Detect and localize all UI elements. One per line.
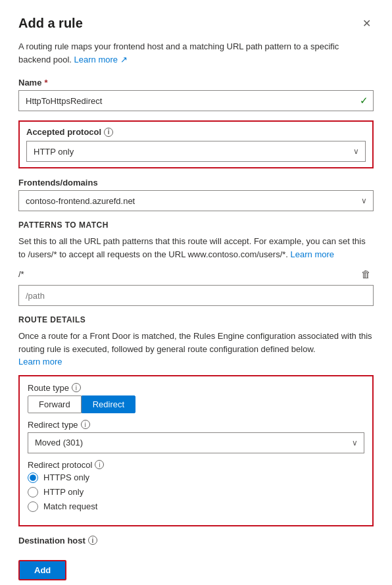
pattern-value: /* (18, 269, 24, 279)
route-type-box: Route type i Forward Redirect Redirect t… (18, 375, 374, 526)
add-rule-panel: Add a rule ✕ A routing rule maps your fr… (0, 0, 392, 585)
name-input[interactable] (18, 90, 374, 111)
radio-https-only-input[interactable] (28, 472, 38, 483)
external-link-icon: ↗ (120, 55, 128, 64)
pattern-row: /* 🗑 (18, 267, 374, 281)
redirect-protocol-info-icon[interactable]: i (95, 460, 104, 469)
redirect-protocol-field: Redirect protocol i HTTPS only HTTP only… (28, 460, 364, 512)
close-button[interactable]: ✕ (360, 16, 374, 31)
destination-host-field: Destination host i (18, 536, 374, 546)
radio-match-request[interactable]: Match request (28, 501, 364, 512)
radio-http-only[interactable]: HTTP only (28, 487, 364, 497)
radio-https-only[interactable]: HTTPS only (28, 472, 364, 483)
accepted-protocol-select[interactable]: HTTP only HTTPS only HTTP and HTTPS (26, 141, 366, 162)
frontends-domains-field: Frontends/domains contoso-frontend.azure… (18, 178, 374, 211)
add-button[interactable]: Add (18, 560, 66, 580)
route-details-section: ROUTE DETAILS Once a route for a Front D… (18, 315, 374, 526)
check-icon: ✓ (360, 95, 368, 107)
route-desc-text: Once a route for a Front Door is matched… (18, 331, 372, 354)
panel-description: A routing rule maps your frontend host a… (18, 40, 374, 66)
frontends-domains-label: Frontends/domains (18, 178, 374, 188)
redirect-protocol-label: Redirect protocol i (28, 460, 364, 470)
redirect-type-field: Redirect type i Moved (301) Found (302) … (28, 420, 364, 453)
accepted-protocol-select-wrapper: HTTP only HTTPS only HTTP and HTTPS ∨ (26, 141, 366, 162)
patterns-title: PATTERNS TO MATCH (18, 220, 374, 230)
route-details-description: Once a route for a Front Door is matched… (18, 330, 374, 369)
destination-host-info-icon[interactable]: i (88, 536, 97, 545)
redirect-type-select-wrapper: Moved (301) Found (302) Temporary Redire… (28, 432, 364, 453)
redirect-type-info-icon[interactable]: i (81, 420, 90, 429)
route-type-label: Route type i (28, 383, 364, 393)
description-text: A routing rule maps your frontend host a… (18, 41, 339, 64)
route-type-field: Route type i Forward Redirect (28, 383, 364, 413)
path-input[interactable] (18, 285, 374, 306)
required-indicator: * (44, 78, 47, 88)
panel-title: Add a rule (18, 16, 83, 31)
patterns-description: Set this to all the URL path patterns th… (18, 235, 374, 261)
frontends-domains-select[interactable]: contoso-frontend.azurefd.net (18, 190, 374, 211)
radio-match-request-label: Match request (43, 501, 97, 511)
route-learn-more-link[interactable]: Learn more (18, 357, 62, 367)
route-type-redirect-button[interactable]: Redirect (82, 395, 135, 413)
name-field-group: Name * ✓ (18, 78, 374, 111)
redirect-type-label: Redirect type i (28, 420, 364, 430)
frontends-domains-select-wrapper: contoso-frontend.azurefd.net ∨ (18, 190, 374, 211)
redirect-protocol-radio-group: HTTPS only HTTP only Match request (28, 472, 364, 512)
accepted-protocol-field: Accepted protocol i HTTP only HTTPS only… (18, 120, 374, 168)
route-type-toggle-group: Forward Redirect (28, 395, 364, 413)
name-label: Name * (18, 78, 374, 88)
name-input-wrapper: ✓ (18, 90, 374, 111)
route-type-forward-button[interactable]: Forward (28, 395, 82, 413)
route-type-info-icon[interactable]: i (72, 383, 81, 392)
radio-https-only-label: HTTPS only (43, 472, 89, 482)
radio-match-request-input[interactable] (28, 501, 38, 512)
accepted-protocol-info-icon[interactable]: i (104, 128, 113, 137)
delete-pattern-button[interactable]: 🗑 (358, 267, 374, 281)
radio-http-only-input[interactable] (28, 487, 38, 497)
route-details-title: ROUTE DETAILS (18, 315, 374, 324)
redirect-type-select[interactable]: Moved (301) Found (302) Temporary Redire… (28, 432, 364, 453)
accepted-protocol-label: Accepted protocol i (26, 127, 366, 137)
patterns-section: PATTERNS TO MATCH Set this to all the UR… (18, 220, 374, 306)
radio-http-only-label: HTTP only (43, 487, 84, 497)
description-link[interactable]: Learn more ↗ (74, 55, 128, 64)
patterns-learn-more-link[interactable]: Learn more (291, 249, 334, 259)
panel-header: Add a rule ✕ (18, 16, 374, 31)
